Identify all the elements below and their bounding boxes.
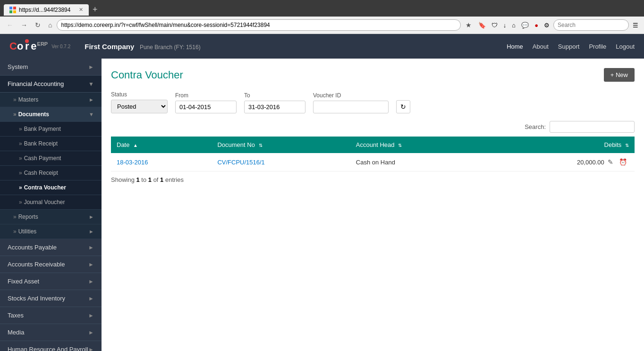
apps-icon[interactable]: ⌂ [510, 21, 517, 30]
nav-profile[interactable]: Profile [589, 43, 606, 50]
col-debits[interactable]: Debits ⇅ [485, 137, 635, 153]
search-bar: Search: [111, 121, 635, 133]
showing-text: Showing 1 to 1 of 1 entries [111, 176, 635, 183]
utilities-chevron: ► [89, 229, 94, 234]
sidebar-item-financial-accounting[interactable]: Financial Accounting ▼ [0, 76, 102, 93]
sort-doc-icon: ⇅ [259, 143, 263, 148]
nav-logout[interactable]: Logout [616, 43, 635, 50]
reload-button[interactable]: ↻ [32, 19, 43, 31]
to-label: To [244, 92, 305, 99]
from-label: From [175, 92, 237, 99]
tab-title: https://d...944f23894 [19, 7, 70, 13]
sub-item-bank-receipt[interactable]: » Bank Receipt [0, 137, 102, 151]
filter-status-group: Status Posted Draft All [111, 91, 168, 113]
voucher-id-input[interactable] [313, 101, 389, 113]
search-label: Search: [525, 123, 546, 130]
documents-chevron: ▼ [89, 111, 94, 117]
showing-to: 1 [148, 176, 152, 183]
address-bar[interactable] [57, 19, 460, 31]
header-nav: Home About Support Profile Logout [507, 43, 635, 50]
new-button[interactable]: + New [604, 68, 635, 82]
nav-about[interactable]: About [533, 43, 549, 50]
security-icon[interactable]: ● [533, 21, 540, 30]
sub-item-bank-payment[interactable]: » Bank Payment [0, 122, 102, 137]
edit-button[interactable]: ✎ [606, 157, 615, 167]
sidebar-label-financial-accounting: Financial Accounting [8, 80, 64, 87]
download-icon[interactable]: ↓ [501, 21, 508, 30]
close-tab-button[interactable]: ✕ [79, 7, 83, 13]
document-no-link[interactable]: CV/FCPU/1516/1 [217, 159, 264, 166]
svg-rect-0 [9, 7, 12, 9]
sub-item-contra-voucher[interactable]: » Contra Voucher [0, 180, 102, 195]
sort-date-icon: ▲ [133, 143, 138, 148]
refresh-button[interactable]: ↻ [396, 100, 410, 113]
sidebar-item-system[interactable]: System ► [0, 59, 102, 76]
browser-tab[interactable]: https://d...944f23894 ✕ [4, 4, 89, 16]
bookmark-icon[interactable]: 🔖 [476, 21, 488, 30]
sidebar-label-accounts-payable: Accounts Payable [8, 244, 57, 251]
sidebar-label-accounts-receivable: Accounts Receivable [8, 261, 65, 268]
sidebar-item-accounts-payable[interactable]: Accounts Payable ► [0, 239, 102, 256]
chevron-right-icon: ► [88, 64, 94, 70]
chevron-down-icon: ▼ [88, 81, 94, 87]
sidebar-label-hr-payroll: Human Resource And Payroll [8, 346, 88, 351]
sub-item-journal-voucher[interactable]: » Journal Voucher [0, 195, 102, 210]
favicon [9, 7, 16, 13]
sub-item-cash-receipt[interactable]: » Cash Receipt [0, 166, 102, 180]
from-input[interactable] [175, 101, 237, 113]
history-button[interactable]: ⏰ [617, 157, 629, 167]
cell-account-head: Cash on Hand [350, 153, 485, 171]
svg-rect-2 [9, 10, 12, 13]
menu-icon[interactable]: ☰ [631, 21, 640, 30]
new-tab-button[interactable]: + [89, 3, 102, 17]
nav-home[interactable]: Home [507, 43, 523, 50]
page-header: Contra Voucher + New [111, 68, 635, 82]
extensions-icon[interactable]: ⚙ [542, 21, 551, 30]
sub-item-reports[interactable]: » Reports ► [0, 210, 102, 224]
sub-item-cash-payment[interactable]: » Cash Payment [0, 151, 102, 166]
reports-chevron: ► [89, 214, 94, 220]
filter-voucher-id-group: Voucher ID [313, 92, 389, 113]
status-select[interactable]: Posted Draft All [111, 100, 168, 113]
documents-submenu: » Bank Payment » Bank Receipt » Cash Pay… [0, 122, 102, 210]
svg-rect-1 [13, 7, 16, 9]
chevron-right-icon-7: ► [88, 329, 94, 336]
main-content: Contra Voucher + New Status Posted Draft… [102, 59, 644, 351]
financial-accounting-submenu: » Masters ► » Documents ▼ » Bank Payment [0, 93, 102, 239]
sidebar-item-accounts-receivable[interactable]: Accounts Receivable ► [0, 256, 102, 273]
filters: Status Posted Draft All From To Vouc [111, 91, 635, 113]
sub-item-documents[interactable]: » Documents ▼ [0, 107, 102, 122]
status-label: Status [111, 91, 168, 98]
home-button[interactable]: ⌂ [45, 19, 55, 31]
sidebar-item-media[interactable]: Media ► [0, 324, 102, 341]
table-row: 18-03-2016 CV/FCPU/1516/1 Cash on Hand 2… [111, 153, 635, 171]
logo: CoreERP Ver 0.7.2 [9, 40, 70, 52]
sidebar-item-hr-payroll[interactable]: Human Resource And Payroll ► [0, 341, 102, 351]
sidebar-label-taxes: Taxes [8, 312, 24, 319]
to-input[interactable] [244, 101, 305, 113]
sidebar-item-taxes[interactable]: Taxes ► [0, 307, 102, 324]
search-input[interactable] [550, 121, 635, 133]
sub-item-utilities[interactable]: » Utilities ► [0, 224, 102, 239]
date-link[interactable]: 18-03-2016 [117, 159, 148, 166]
shield-icon[interactable]: 🛡 [490, 21, 500, 30]
showing-from: 1 [136, 176, 139, 183]
nav-support[interactable]: Support [558, 43, 580, 50]
page-title: Contra Voucher [111, 69, 183, 81]
col-document-no[interactable]: Document No ⇅ [212, 137, 350, 153]
sub-item-masters[interactable]: » Masters ► [0, 93, 102, 107]
back-button[interactable]: ← [4, 19, 16, 31]
chevron-right-icon-8: ► [88, 346, 94, 351]
sidebar: System ► Financial Accounting ▼ » Master… [0, 59, 102, 351]
sidebar-item-stocks-inventory[interactable]: Stocks And Inventory ► [0, 290, 102, 307]
sidebar-label-system: System [8, 63, 28, 70]
col-date[interactable]: Date ▲ [111, 137, 212, 153]
chat-icon[interactable]: 💬 [519, 21, 531, 30]
cell-date: 18-03-2016 [111, 153, 212, 171]
col-account-head[interactable]: Account Head ⇅ [350, 137, 485, 153]
browser-search-input[interactable] [553, 19, 629, 31]
chevron-right-icon-6: ► [88, 312, 94, 319]
forward-button[interactable]: → [18, 19, 30, 31]
sidebar-item-fixed-asset[interactable]: Fixed Asset ► [0, 273, 102, 290]
bookmark-star-button[interactable]: ★ [463, 19, 475, 31]
